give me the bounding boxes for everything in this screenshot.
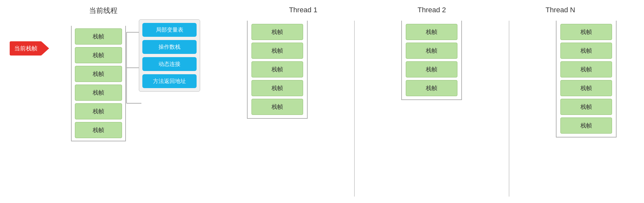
thread-separator-2	[509, 21, 509, 197]
thread1-title: Thread 1	[274, 6, 332, 14]
stack-frame-3: 栈帧	[75, 85, 122, 101]
threadN-frame-4: 栈帧	[560, 99, 612, 115]
stack-frame-4: 栈帧	[75, 103, 122, 119]
thread1-frame-3: 栈帧	[251, 80, 303, 96]
thread2-frame-0: 栈帧	[406, 24, 457, 40]
stack-column: 栈帧栈帧栈帧栈帧栈帧栈帧	[71, 26, 126, 141]
current-frame-arrow: 当前栈帧	[10, 41, 42, 56]
threads-body: 栈帧栈帧栈帧栈帧栈帧 栈帧栈帧栈帧栈帧 栈帧栈帧栈帧栈帧栈帧栈帧	[220, 17, 644, 203]
stack-frame-2: 栈帧	[75, 66, 122, 82]
detail-item-2: 动态连接	[142, 57, 197, 71]
stack-frame-1: 栈帧	[75, 47, 122, 63]
thread-separator-1	[354, 21, 355, 197]
right-section: Thread 1 Thread 2 Thread N 栈帧栈帧栈帧栈帧栈帧 栈帧…	[220, 0, 644, 203]
thread2-frame-1: 栈帧	[406, 43, 457, 59]
left-section: 当前线程 当前栈帧 栈帧栈帧栈帧栈帧栈帧栈帧 局部变量表操作数栈动态连接方法返回…	[0, 0, 220, 203]
threadN-frame-2: 栈帧	[560, 61, 612, 77]
section-title: 当前线程	[71, 6, 136, 15]
threadN-frame-3: 栈帧	[560, 80, 612, 96]
main-container: 当前线程 当前栈帧 栈帧栈帧栈帧栈帧栈帧栈帧 局部变量表操作数栈动态连接方法返回…	[0, 0, 644, 203]
threadN-frame-5: 栈帧	[560, 117, 612, 134]
thread2-frame-3: 栈帧	[406, 80, 457, 96]
thread1-frame-4: 栈帧	[251, 99, 303, 115]
thread1-frame-2: 栈帧	[251, 61, 303, 77]
thread2-column: 栈帧栈帧栈帧栈帧	[401, 21, 462, 100]
threadN-column: 栈帧栈帧栈帧栈帧栈帧栈帧	[556, 21, 617, 137]
stack-frame-5: 栈帧	[75, 122, 122, 138]
thread2-frame-2: 栈帧	[406, 61, 457, 77]
thread1-frame-1: 栈帧	[251, 43, 303, 59]
threads-header: Thread 1 Thread 2 Thread N	[220, 0, 644, 17]
threadN-frame-0: 栈帧	[560, 24, 612, 40]
detail-item-1: 操作数栈	[142, 40, 197, 54]
threadN-title: Thread N	[531, 6, 589, 14]
threadN-frame-1: 栈帧	[560, 43, 612, 59]
detail-item-3: 方法返回地址	[142, 74, 197, 88]
current-frame-label: 当前栈帧	[10, 41, 42, 56]
thread1-column: 栈帧栈帧栈帧栈帧栈帧	[247, 21, 308, 119]
detail-item-0: 局部变量表	[142, 23, 197, 37]
stack-frame-0: 栈帧	[75, 28, 122, 45]
thread1-frame-0: 栈帧	[251, 24, 303, 40]
detail-box: 局部变量表操作数栈动态连接方法返回地址	[139, 19, 200, 92]
thread2-title: Thread 2	[403, 6, 461, 14]
